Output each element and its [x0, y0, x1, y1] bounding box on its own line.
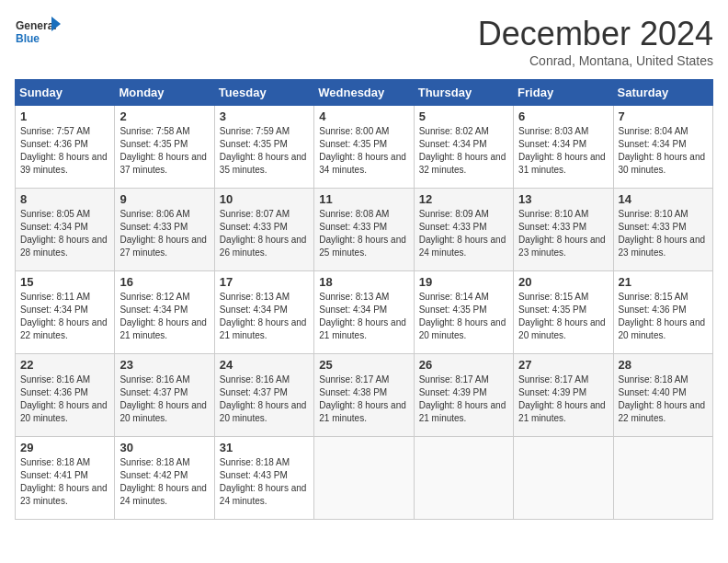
day-info: Sunrise: 8:00 AM Sunset: 4:35 PM Dayligh… — [319, 125, 408, 177]
sunset-text: Sunset: 4:37 PM — [220, 386, 309, 399]
day-info: Sunrise: 8:18 AM Sunset: 4:40 PM Dayligh… — [619, 373, 708, 425]
sunset-text: Sunset: 4:39 PM — [518, 386, 608, 399]
daylight-text: Daylight: 8 hours and 22 minutes. — [619, 399, 708, 425]
sunset-text: Sunset: 4:35 PM — [319, 138, 408, 151]
day-info: Sunrise: 8:17 AM Sunset: 4:39 PM Dayligh… — [518, 373, 608, 425]
day-number: 2 — [119, 109, 209, 123]
day-number: 16 — [119, 275, 209, 289]
sunset-text: Sunset: 4:33 PM — [619, 221, 708, 234]
sunset-text: Sunset: 4:39 PM — [419, 386, 508, 399]
day-info: Sunrise: 8:14 AM Sunset: 4:35 PM Dayligh… — [419, 291, 508, 342]
daylight-text: Daylight: 8 hours and 28 minutes. — [20, 234, 109, 259]
daylight-text: Daylight: 8 hours and 25 minutes. — [319, 234, 408, 259]
sunrise-text: Sunrise: 8:09 AM — [419, 208, 508, 221]
sunrise-text: Sunrise: 8:12 AM — [119, 291, 209, 304]
daylight-text: Daylight: 8 hours and 22 minutes. — [20, 316, 109, 342]
day-info: Sunrise: 8:03 AM Sunset: 4:34 PM Dayligh… — [518, 125, 608, 177]
day-number: 21 — [619, 275, 708, 289]
sunrise-text: Sunrise: 8:02 AM — [419, 125, 508, 138]
day-info: Sunrise: 8:06 AM Sunset: 4:33 PM Dayligh… — [119, 208, 209, 259]
sunrise-text: Sunrise: 8:00 AM — [319, 125, 408, 138]
day-number: 3 — [220, 109, 309, 123]
sunrise-text: Sunrise: 8:03 AM — [518, 125, 608, 138]
sunset-text: Sunset: 4:34 PM — [518, 138, 608, 151]
day-number: 17 — [220, 275, 309, 289]
daylight-text: Daylight: 8 hours and 20 minutes. — [119, 399, 209, 425]
sunset-text: Sunset: 4:35 PM — [518, 304, 608, 316]
header-row: Sunday Monday Tuesday Wednesday Thursday… — [16, 80, 713, 106]
daylight-text: Daylight: 8 hours and 34 minutes. — [319, 151, 408, 177]
calendar-cell — [613, 437, 712, 520]
table-row: 8 Sunrise: 8:05 AM Sunset: 4:34 PM Dayli… — [16, 189, 713, 271]
daylight-text: Daylight: 8 hours and 20 minutes. — [619, 316, 708, 342]
daylight-text: Daylight: 8 hours and 24 minutes. — [419, 234, 508, 259]
daylight-text: Daylight: 8 hours and 21 minutes. — [419, 399, 508, 425]
day-info: Sunrise: 8:07 AM Sunset: 4:33 PM Dayligh… — [220, 208, 309, 259]
calendar-cell: 5 Sunrise: 8:02 AM Sunset: 4:34 PM Dayli… — [414, 106, 513, 189]
day-info: Sunrise: 8:17 AM Sunset: 4:39 PM Dayligh… — [419, 373, 508, 425]
sunrise-text: Sunrise: 8:17 AM — [419, 373, 508, 386]
day-info: Sunrise: 8:16 AM Sunset: 4:37 PM Dayligh… — [220, 373, 309, 425]
calendar-cell: 19 Sunrise: 8:14 AM Sunset: 4:35 PM Dayl… — [414, 271, 513, 354]
day-number: 1 — [20, 109, 109, 123]
day-number: 14 — [619, 192, 708, 206]
calendar-cell: 14 Sunrise: 8:10 AM Sunset: 4:33 PM Dayl… — [613, 189, 712, 271]
sunset-text: Sunset: 4:34 PM — [619, 138, 708, 151]
sunrise-text: Sunrise: 8:18 AM — [220, 456, 309, 469]
daylight-text: Daylight: 8 hours and 21 minutes. — [319, 316, 408, 342]
calendar-header: General Blue December 2024 Conrad, Monta… — [15, 15, 713, 68]
table-row: 22 Sunrise: 8:16 AM Sunset: 4:36 PM Dayl… — [16, 354, 713, 437]
calendar-cell: 9 Sunrise: 8:06 AM Sunset: 4:33 PM Dayli… — [115, 189, 214, 271]
sunset-text: Sunset: 4:33 PM — [119, 221, 209, 234]
day-info: Sunrise: 8:10 AM Sunset: 4:33 PM Dayligh… — [619, 208, 708, 259]
sunset-text: Sunset: 4:36 PM — [619, 304, 708, 316]
day-number: 28 — [619, 358, 708, 372]
calendar-cell: 17 Sunrise: 8:13 AM Sunset: 4:34 PM Dayl… — [214, 271, 313, 354]
day-info: Sunrise: 7:58 AM Sunset: 4:35 PM Dayligh… — [119, 125, 209, 177]
day-info: Sunrise: 8:18 AM Sunset: 4:42 PM Dayligh… — [119, 456, 209, 508]
daylight-text: Daylight: 8 hours and 20 minutes. — [20, 399, 109, 425]
daylight-text: Daylight: 8 hours and 23 minutes. — [20, 482, 109, 508]
daylight-text: Daylight: 8 hours and 35 minutes. — [220, 151, 309, 177]
sunset-text: Sunset: 4:36 PM — [20, 138, 109, 151]
day-number: 24 — [220, 358, 309, 372]
daylight-text: Daylight: 8 hours and 39 minutes. — [20, 151, 109, 177]
day-number: 19 — [419, 275, 508, 289]
daylight-text: Daylight: 8 hours and 30 minutes. — [619, 151, 708, 177]
calendar-cell: 22 Sunrise: 8:16 AM Sunset: 4:36 PM Dayl… — [16, 354, 115, 437]
day-info: Sunrise: 8:13 AM Sunset: 4:34 PM Dayligh… — [319, 291, 408, 342]
sunset-text: Sunset: 4:34 PM — [220, 304, 309, 316]
day-info: Sunrise: 8:10 AM Sunset: 4:33 PM Dayligh… — [518, 208, 608, 259]
sunset-text: Sunset: 4:34 PM — [419, 138, 508, 151]
calendar-cell: 28 Sunrise: 8:18 AM Sunset: 4:40 PM Dayl… — [613, 354, 712, 437]
svg-text:Blue: Blue — [16, 32, 40, 45]
day-number: 22 — [20, 358, 109, 372]
col-wednesday: Wednesday — [314, 80, 414, 106]
sunrise-text: Sunrise: 8:13 AM — [319, 291, 408, 304]
sunrise-text: Sunrise: 8:14 AM — [419, 291, 508, 304]
sunset-text: Sunset: 4:35 PM — [220, 138, 309, 151]
daylight-text: Daylight: 8 hours and 31 minutes. — [518, 151, 608, 177]
day-number: 10 — [220, 192, 309, 206]
sunrise-text: Sunrise: 8:16 AM — [20, 373, 109, 386]
sunrise-text: Sunrise: 8:18 AM — [119, 456, 209, 469]
daylight-text: Daylight: 8 hours and 37 minutes. — [119, 151, 209, 177]
calendar-cell: 30 Sunrise: 8:18 AM Sunset: 4:42 PM Dayl… — [115, 437, 214, 520]
sunrise-text: Sunrise: 8:04 AM — [619, 125, 708, 138]
sunrise-text: Sunrise: 8:11 AM — [20, 291, 109, 304]
sunset-text: Sunset: 4:33 PM — [419, 221, 508, 234]
col-thursday: Thursday — [414, 80, 513, 106]
col-monday: Monday — [115, 80, 214, 106]
day-number: 7 — [619, 109, 708, 123]
day-info: Sunrise: 8:17 AM Sunset: 4:38 PM Dayligh… — [319, 373, 408, 425]
sunrise-text: Sunrise: 8:10 AM — [619, 208, 708, 221]
day-number: 8 — [20, 192, 109, 206]
day-number: 25 — [319, 358, 408, 372]
day-number: 13 — [518, 192, 608, 206]
sunrise-text: Sunrise: 8:08 AM — [319, 208, 408, 221]
sunrise-text: Sunrise: 8:10 AM — [518, 208, 608, 221]
col-saturday: Saturday — [613, 80, 712, 106]
col-sunday: Sunday — [16, 80, 115, 106]
calendar-cell: 12 Sunrise: 8:09 AM Sunset: 4:33 PM Dayl… — [414, 189, 513, 271]
calendar-cell: 11 Sunrise: 8:08 AM Sunset: 4:33 PM Dayl… — [314, 189, 414, 271]
